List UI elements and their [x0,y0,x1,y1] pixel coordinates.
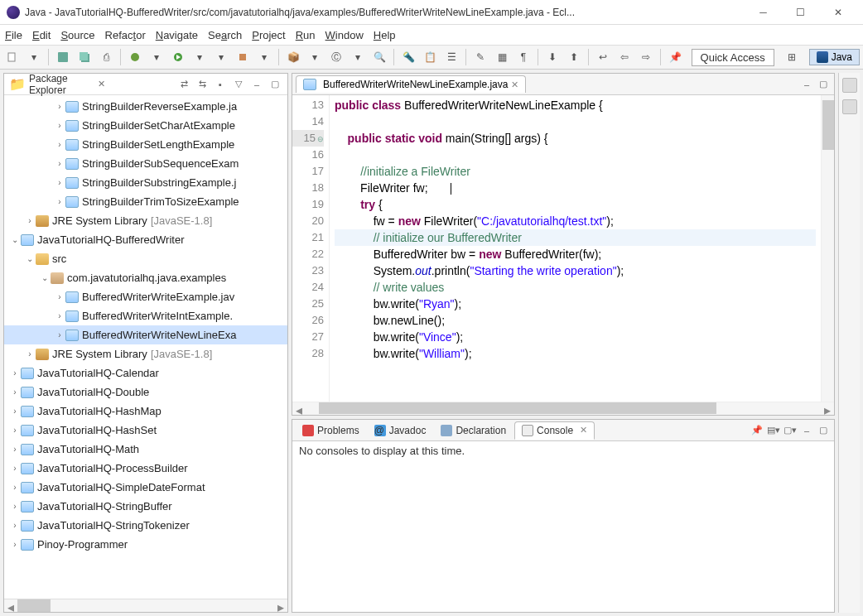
tree-item[interactable]: ›StringBuilderTrimToSizeExample [4,192,287,211]
minimize-panel-button[interactable]: – [799,423,814,438]
toggle-block-button[interactable]: ▦ [493,48,511,66]
tree-item[interactable]: ›BufferedWriterWriteIntExample. [4,306,287,325]
save-all-button[interactable] [75,48,94,66]
tree-item[interactable]: ›JavaTutorialHQ-StringBuffer [4,497,287,516]
expand-arrow-icon[interactable]: › [9,407,21,416]
open-console-button[interactable]: ▢▾ [783,423,798,438]
menu-navigate[interactable]: Navigate [156,29,198,41]
tree-item[interactable]: ›BufferedWriterWriteNewLineExa [4,325,287,344]
open-perspective-button[interactable]: ⊞ [783,48,801,66]
tab-console[interactable]: Console ✕ [514,421,595,440]
project-tree[interactable]: ›StringBuilderReverseExample.ja›StringBu… [4,95,287,599]
tree-item[interactable]: ›JavaTutorialHQ-Math [4,440,287,459]
expand-arrow-icon[interactable]: › [9,540,21,549]
dropdown-icon[interactable]: ▾ [349,48,367,66]
menu-file[interactable]: File [5,29,22,41]
tree-item[interactable]: ›StringBuilderSubSequenceExam [4,154,287,173]
minimize-button[interactable]: ─ [745,1,782,24]
tab-close-icon[interactable]: ✕ [511,79,518,90]
display-console-button[interactable]: ▤▾ [766,423,781,438]
forward-button[interactable]: ⇨ [637,48,655,66]
expand-arrow-icon[interactable]: › [54,121,65,130]
tab-javadoc[interactable]: @ Javadoc [368,422,433,439]
expand-arrow-icon[interactable]: › [54,197,65,206]
tree-item[interactable]: ›BufferedWriterWriteExample.jav [4,287,287,306]
tree-item[interactable]: ›StringBuilderSetLengthExample [4,135,287,154]
dropdown-icon[interactable]: ▾ [255,48,273,66]
tree-item[interactable]: ›JRE System Library[JavaSE-1.8] [4,344,287,363]
menu-source[interactable]: Source [60,29,94,41]
expand-arrow-icon[interactable]: › [54,330,65,339]
expand-arrow-icon[interactable]: ⌄ [9,235,21,244]
maximize-editor-button[interactable]: ▢ [816,77,831,92]
tree-item[interactable]: ›StringBuilderSubstringExample.j [4,173,287,192]
new-package-button[interactable]: 📦 [284,48,302,66]
horizontal-scrollbar[interactable]: ◂ ▸ [4,599,287,612]
expand-arrow-icon[interactable]: › [24,216,36,225]
expand-arrow-icon[interactable]: › [9,502,21,511]
ext-tools-button[interactable] [234,48,252,66]
tab-problems[interactable]: Problems [296,422,366,439]
code-editor[interactable]: public class BufferedWriterWriteNewLineE… [330,95,821,402]
new-class-button[interactable]: Ⓒ [327,48,345,66]
maximize-panel-button[interactable]: ▢ [816,423,831,438]
quick-access[interactable]: Quick Access [692,49,774,66]
print-button[interactable]: ⎙ [97,48,115,66]
link-editor-button[interactable]: ⇆ [195,77,210,92]
menu-search[interactable]: Search [208,29,242,41]
debug-button[interactable] [126,48,144,66]
tree-item[interactable]: ›JavaTutorialHQ-HashSet [4,421,287,440]
search-button[interactable]: 🔦 [399,48,417,66]
expand-arrow-icon[interactable]: › [54,102,65,111]
outline-trim-button[interactable] [842,78,857,93]
expand-arrow-icon[interactable]: › [54,140,65,149]
dropdown-icon[interactable]: ▾ [190,48,209,66]
last-edit-button[interactable]: ↩ [594,48,612,66]
close-view-icon[interactable]: ✕ [98,79,105,89]
close-button[interactable]: ✕ [819,1,856,24]
tree-item[interactable]: ›JavaTutorialHQ-Double [4,383,287,402]
toggle-mark-button[interactable]: ✎ [471,48,489,66]
expand-arrow-icon[interactable]: › [9,483,21,492]
save-button[interactable] [54,48,72,66]
tree-item[interactable]: ›JavaTutorialHQ-ProcessBuilder [4,459,287,478]
expand-arrow-icon[interactable]: › [9,387,21,397]
minimize-editor-button[interactable]: – [799,77,814,92]
focus-button[interactable]: ▪ [213,77,228,92]
tree-item[interactable]: ›Pinoy-Programmer [4,535,287,554]
tree-item[interactable]: ›JavaTutorialHQ-StringTokenizer [4,516,287,535]
expand-arrow-icon[interactable]: › [54,311,65,320]
expand-arrow-icon[interactable]: › [54,159,65,168]
menu-help[interactable]: Help [374,29,396,41]
annotation-button[interactable]: 📋 [421,48,439,66]
pin-button[interactable]: 📌 [666,48,684,66]
maximize-button[interactable]: ☐ [782,1,819,24]
expand-arrow-icon[interactable]: › [9,426,21,435]
minimize-view-button[interactable]: – [249,77,264,92]
expand-arrow-icon[interactable]: › [54,178,65,187]
menu-edit[interactable]: Edit [32,29,51,41]
expand-arrow-icon[interactable]: › [9,445,21,454]
task-button[interactable]: ☰ [442,48,460,66]
menu-refactor[interactable]: Refactor [105,29,146,41]
tree-item[interactable]: ›StringBuilderReverseExample.ja [4,97,287,116]
tree-item[interactable]: ⌄com.javatutorialhq.java.examples [4,268,287,287]
dropdown-icon[interactable]: ▾ [147,48,166,66]
menu-window[interactable]: Window [325,29,364,41]
menu-run[interactable]: Run [296,29,316,41]
expand-arrow-icon[interactable]: › [24,349,36,359]
tree-item[interactable]: ›StringBuilderSetCharAtExample [4,116,287,135]
expand-arrow-icon[interactable]: › [9,521,21,530]
editor-tab[interactable]: BufferedWriterWriteNewLineExample.java ✕ [296,75,526,93]
tab-close-icon[interactable]: ✕ [580,425,587,436]
prev-annotation-button[interactable]: ⬆ [565,48,583,66]
collapse-all-button[interactable]: ⇄ [176,77,191,92]
run-last-button[interactable]: ▾ [212,48,230,66]
expand-arrow-icon[interactable]: ⌄ [24,254,36,263]
open-type-button[interactable]: 🔍 [370,48,388,66]
tree-item[interactable]: ›JavaTutorialHQ-Calendar [4,363,287,383]
tree-item[interactable]: ›JavaTutorialHQ-SimpleDateFormat [4,478,287,497]
next-annotation-button[interactable]: ⬇ [543,48,562,66]
run-button[interactable] [169,48,187,66]
vertical-scrollbar[interactable] [821,95,834,402]
